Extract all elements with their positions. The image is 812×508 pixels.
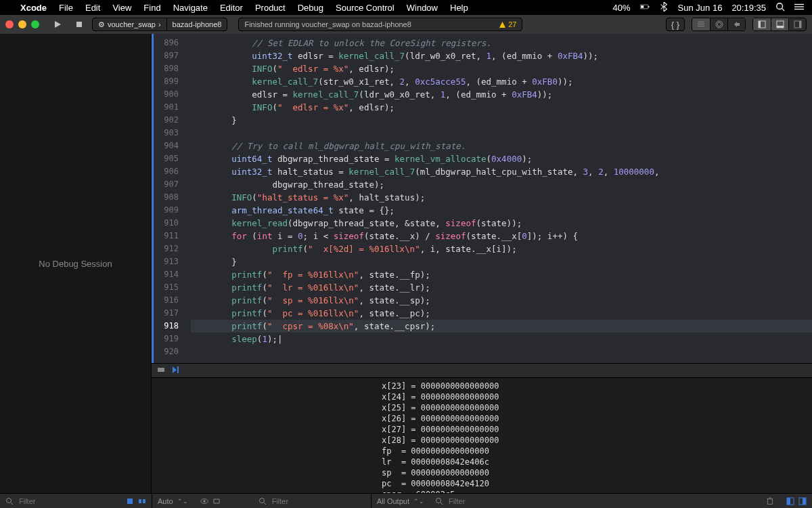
line-number[interactable]: 907	[154, 178, 179, 191]
version-editor-button[interactable]	[727, 18, 745, 30]
variables-view-mode[interactable]: Auto	[158, 497, 173, 505]
toggle-debug-area-button[interactable]	[771, 18, 788, 30]
menu-source-control[interactable]: Source Control	[336, 3, 394, 13]
menu-window[interactable]: Window	[407, 3, 438, 13]
line-number[interactable]: 898	[154, 62, 179, 75]
app-menu[interactable]: Xcode	[20, 3, 47, 13]
stop-button[interactable]	[70, 18, 88, 31]
line-number[interactable]: 897	[154, 49, 179, 62]
line-number[interactable]: 918	[154, 320, 179, 333]
eye-icon[interactable]	[200, 497, 208, 505]
print-icon[interactable]	[212, 497, 221, 505]
spotlight-icon[interactable]	[775, 2, 785, 14]
line-number[interactable]: 905	[154, 152, 179, 165]
code-line[interactable]: printf(" pc = %016llx\n", state.__pc);	[191, 307, 812, 320]
show-console-view-icon[interactable]	[798, 497, 807, 505]
code-line[interactable]: // Try to call ml_dbgwrap_halt_cpu_with_…	[191, 140, 812, 152]
scheme-selector[interactable]: ⚙︎ voucher_swap › bazad-iphone8	[92, 18, 227, 31]
line-number[interactable]: 904	[154, 140, 179, 152]
console-output-mode[interactable]: All Output	[377, 497, 409, 505]
toggle-breakpoints-icon[interactable]	[157, 366, 165, 376]
battery-icon[interactable]	[640, 2, 650, 14]
navigator-filter-input[interactable]	[18, 496, 99, 506]
debug-console[interactable]: x[23] = 0000000000000000 x[24] = 0000000…	[152, 378, 812, 493]
code-line[interactable]: kernel_read(dbgwrap_thread_state, &state…	[191, 217, 812, 230]
code-line[interactable]: uint32_t edlsr = kernel_call_7(ldr_w0_x0…	[191, 49, 812, 62]
code-line[interactable]: printf(" sp = %016llx\n", state.__sp);	[191, 294, 812, 307]
bluetooth-icon[interactable]	[659, 2, 669, 14]
line-number[interactable]: 900	[154, 88, 179, 101]
line-number[interactable]: 911	[154, 230, 179, 242]
line-number[interactable]: 901	[154, 101, 179, 114]
thread-icon[interactable]	[126, 497, 134, 505]
line-number[interactable]: 920	[154, 345, 179, 358]
line-number[interactable]: 916	[154, 294, 179, 307]
menu-help[interactable]: Help	[450, 3, 468, 13]
code-line[interactable]: }	[191, 114, 812, 127]
code-line[interactable]: sleep(1);|	[191, 333, 812, 345]
line-number[interactable]: 917	[154, 307, 179, 320]
source-editor[interactable]: 8968978988999009019029039049059069079089…	[152, 34, 812, 363]
line-number[interactable]: 915	[154, 281, 179, 294]
trash-icon[interactable]	[766, 497, 774, 505]
warnings-badge[interactable]: 27	[499, 20, 516, 28]
line-number[interactable]: 914	[154, 268, 179, 281]
code-line[interactable]: dbgwrap_thread_state);	[191, 178, 812, 191]
menubar-time[interactable]: 20:19:35	[731, 3, 766, 13]
menu-navigate[interactable]: Navigate	[173, 3, 208, 13]
line-number[interactable]: 909	[154, 204, 179, 217]
console-filter-input[interactable]	[447, 496, 528, 506]
menu-debug[interactable]: Debug	[298, 3, 323, 13]
code-line[interactable]: INFO(" edlsr = %x", edlsr);	[191, 62, 812, 75]
line-number[interactable]: 899	[154, 75, 179, 88]
menu-view[interactable]: View	[112, 3, 131, 13]
line-number[interactable]: 913	[154, 255, 179, 268]
code-line[interactable]	[191, 345, 812, 358]
assistant-editor-button[interactable]	[710, 18, 727, 30]
code-line[interactable]: INFO("halt_status = %x", halt_status);	[191, 191, 812, 204]
editor-mode-segmented[interactable]	[692, 18, 746, 31]
code-line[interactable]: INFO(" edlsr = %x", edlsr);	[191, 101, 812, 114]
activity-viewer[interactable]: Finished running voucher_swap on bazad-i…	[238, 18, 522, 31]
menu-edit[interactable]: Edit	[85, 3, 100, 13]
code-line[interactable]	[191, 127, 812, 140]
panel-toggle-segmented[interactable]	[752, 18, 807, 31]
code-area[interactable]: // Set EDLAR to unlock the CoreSight reg…	[183, 34, 812, 363]
code-snippets-button[interactable]: { }	[666, 18, 685, 31]
code-line[interactable]: arm_thread_state64_t state = {};	[191, 204, 812, 217]
show-variables-view-icon[interactable]	[786, 497, 794, 505]
line-number[interactable]: 903	[154, 127, 179, 140]
code-line[interactable]: printf(" x[%2d] = %016llx\n", i, state._…	[191, 242, 812, 255]
variables-filter-input[interactable]	[271, 496, 352, 506]
control-center-icon[interactable]	[794, 2, 804, 14]
menu-find[interactable]: Find	[143, 3, 160, 13]
minimize-window-button[interactable]	[18, 20, 26, 28]
code-line[interactable]: printf(" lr = %016llx\n", state.__lr);	[191, 281, 812, 294]
code-line[interactable]: printf(" cpsr = %08x\n", state.__cpsr);	[191, 320, 812, 333]
menu-file[interactable]: File	[59, 3, 73, 13]
line-number[interactable]: 919	[154, 333, 179, 345]
code-line[interactable]: for (int i = 0; i < sizeof(state.__x) / …	[191, 230, 812, 242]
code-line[interactable]: printf(" fp = %016llx\n", state.__fp);	[191, 268, 812, 281]
menu-editor[interactable]: Editor	[220, 3, 243, 13]
line-number[interactable]: 896	[154, 37, 179, 49]
line-number[interactable]: 902	[154, 114, 179, 127]
code-line[interactable]: kernel_call_7(str_w0_x1_ret, 2, 0xc5acce…	[191, 75, 812, 88]
line-number[interactable]: 912	[154, 242, 179, 255]
code-line[interactable]: uint32_t halt_status = kernel_call_7(ml_…	[191, 165, 812, 178]
line-number-gutter[interactable]: 8968978988999009019029039049059069079089…	[152, 34, 183, 363]
continue-icon[interactable]	[172, 366, 180, 376]
toggle-inspector-button[interactable]	[788, 18, 806, 30]
toggle-navigator-button[interactable]	[753, 18, 771, 30]
zoom-window-button[interactable]	[31, 20, 39, 28]
menubar-date[interactable]: Sun Jun 16	[678, 3, 723, 13]
line-number[interactable]: 906	[154, 165, 179, 178]
run-button[interactable]	[49, 18, 66, 31]
line-number[interactable]: 910	[154, 217, 179, 230]
code-line[interactable]: edlsr = kernel_call_7(ldr_w0_x0_ret, 1, …	[191, 88, 812, 101]
code-line[interactable]: }	[191, 255, 812, 268]
code-line[interactable]: uint64_t dbgwrap_thread_state = kernel_v…	[191, 152, 812, 165]
menu-product[interactable]: Product	[255, 3, 286, 13]
queue-icon[interactable]	[138, 497, 146, 505]
code-line[interactable]: // Set EDLAR to unlock the CoreSight reg…	[191, 37, 812, 49]
